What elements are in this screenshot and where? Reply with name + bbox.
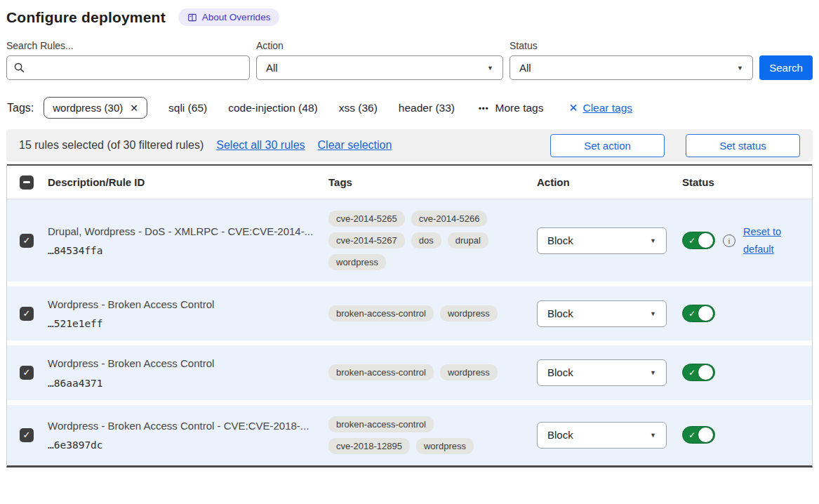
rule-id: …521e1eff — [48, 318, 316, 329]
tag-pill: cve-2018-12895 — [328, 438, 410, 454]
reset-to-default-link[interactable]: Reset to default — [743, 223, 787, 258]
ellipsis-icon: ••• — [479, 104, 489, 112]
clear-tags-button[interactable]: ✕ Clear tags — [568, 102, 632, 114]
tag-pill: wordpress — [328, 254, 386, 270]
tag-filter-header[interactable]: header (33) — [399, 102, 455, 114]
clear-selection-link[interactable]: Clear selection — [318, 139, 392, 152]
column-status: Status — [682, 176, 812, 188]
chevron-down-icon: ▼ — [650, 237, 656, 244]
tag-pill: wordpress — [440, 364, 498, 380]
rule-tags: broken-access-controlwordpress — [328, 305, 537, 321]
action-select[interactable]: Block ▼ — [537, 359, 667, 386]
action-filter-value: All — [266, 62, 278, 74]
action-select-value: Block — [547, 429, 573, 441]
selection-bar: 15 rules selected (of 30 filtered rules)… — [6, 129, 813, 161]
table-body: ✓ Drupal, Wordpress - DoS - XMLRPC - CVE… — [7, 199, 812, 465]
indeterminate-icon — [23, 181, 30, 183]
row-checkbox[interactable]: ✓ — [20, 428, 34, 442]
table-header: Description/Rule ID Tags Action Status — [7, 164, 812, 199]
action-select-value: Block — [547, 366, 573, 378]
action-select[interactable]: Block ▼ — [537, 300, 667, 327]
check-icon: ✓ — [688, 309, 698, 319]
tag-pill: wordpress — [440, 305, 498, 321]
search-button[interactable]: Search — [759, 55, 813, 80]
column-tags: Tags — [328, 176, 537, 188]
tag-filter-code-injection[interactable]: code-injection (48) — [228, 102, 318, 114]
search-rules-box — [6, 55, 250, 80]
tag-pill: cve-2014-5265 — [328, 211, 405, 227]
tag-pill: broken-access-control — [328, 364, 434, 380]
action-select[interactable]: Block ▼ — [537, 422, 667, 449]
rule-description: Wordpress - Broken Access Control - CVE:… — [48, 419, 316, 433]
reset-wrap: i Reset to default — [723, 223, 787, 258]
action-select-value: Block — [547, 307, 573, 319]
search-rules-input[interactable] — [30, 62, 243, 74]
tag-pill: cve-2014-5266 — [411, 211, 488, 227]
select-all-checkbox[interactable] — [20, 175, 34, 190]
tags-label: Tags: — [7, 102, 34, 114]
about-overrides-label: About Overrides — [202, 12, 271, 22]
check-icon: ✓ — [688, 236, 698, 246]
row-checkbox[interactable]: ✓ — [20, 307, 34, 321]
table-row: ✓ Wordpress - Broken Access Control …86a… — [7, 345, 812, 399]
search-rules-label: Search Rules... — [6, 40, 250, 51]
status-toggle[interactable]: ✓ — [682, 232, 715, 249]
about-overrides-button[interactable]: About Overrides — [178, 8, 280, 26]
status-filter-label: Status — [510, 40, 753, 51]
page-header: Configure deployment About Overrides — [6, 8, 813, 26]
selected-tag-label: wordpress (30) — [53, 102, 123, 114]
check-icon: ✓ — [23, 235, 31, 246]
rule-description: Drupal, Wordpress - DoS - XMLRPC - CVE:C… — [48, 225, 316, 239]
tag-filter-sqli[interactable]: sqli (65) — [168, 102, 207, 114]
tag-pill: cve-2014-5267 — [328, 232, 405, 248]
chevron-down-icon: ▼ — [650, 432, 656, 439]
rule-tags: broken-access-controlwordpress — [328, 364, 537, 380]
close-icon: ✕ — [568, 102, 578, 114]
action-filter-label: Action — [256, 40, 503, 51]
action-select-value: Block — [547, 234, 573, 246]
status-toggle[interactable]: ✓ — [682, 426, 715, 444]
check-icon: ✓ — [23, 308, 31, 319]
tag-pill: dos — [411, 232, 441, 248]
toggle-knob — [698, 365, 713, 380]
tag-pill: broken-access-control — [328, 305, 434, 321]
status-filter-select[interactable]: All ▼ — [510, 55, 753, 80]
rule-id: …6e3897dc — [48, 439, 316, 451]
toggle-knob — [698, 233, 713, 248]
selected-tag-wordpress[interactable]: wordpress (30) ✕ — [44, 97, 147, 119]
set-status-button[interactable]: Set status — [686, 134, 800, 157]
table-row: ✓ Wordpress - Broken Access Control - CV… — [7, 405, 812, 465]
filter-bar: Search Rules... Action All ▼ Status All — [6, 40, 813, 80]
tag-pill: drupal — [448, 232, 488, 248]
rules-table: Description/Rule ID Tags Action Status ✓… — [6, 164, 813, 467]
info-icon[interactable]: i — [723, 234, 735, 247]
more-tags-button[interactable]: ••• More tags — [479, 102, 543, 114]
rule-id: …86aa4371 — [48, 378, 316, 389]
row-checkbox[interactable]: ✓ — [20, 366, 34, 380]
toggle-knob — [698, 427, 713, 442]
action-filter-select[interactable]: All ▼ — [256, 55, 503, 80]
select-all-link[interactable]: Select all 30 rules — [216, 139, 305, 152]
check-icon: ✓ — [688, 430, 698, 440]
close-icon[interactable]: ✕ — [130, 102, 138, 114]
status-toggle[interactable]: ✓ — [682, 364, 715, 381]
rule-tags: broken-access-controlcve-2018-12895wordp… — [328, 416, 537, 454]
status-toggle[interactable]: ✓ — [682, 305, 715, 322]
row-checkbox[interactable]: ✓ — [20, 234, 34, 248]
rule-tags: cve-2014-5265cve-2014-5266cve-2014-5267d… — [328, 211, 537, 270]
chevron-down-icon: ▼ — [650, 310, 656, 317]
selection-summary: 15 rules selected (of 30 filtered rules) — [19, 139, 204, 152]
tag-filter-xss[interactable]: xss (36) — [339, 102, 378, 114]
rule-id: …84534ffa — [48, 245, 316, 256]
search-icon — [13, 62, 25, 74]
action-select[interactable]: Block ▼ — [537, 227, 667, 254]
chevron-down-icon: ▼ — [737, 65, 743, 72]
column-description: Description/Rule ID — [48, 176, 328, 188]
chevron-down-icon: ▼ — [487, 65, 493, 72]
chevron-down-icon: ▼ — [650, 369, 656, 376]
rule-description: Wordpress - Broken Access Control — [48, 357, 316, 371]
set-action-button[interactable]: Set action — [550, 134, 665, 157]
clear-tags-label: Clear tags — [582, 102, 632, 114]
book-icon — [187, 13, 197, 22]
table-row: ✓ Drupal, Wordpress - DoS - XMLRPC - CVE… — [7, 199, 812, 281]
